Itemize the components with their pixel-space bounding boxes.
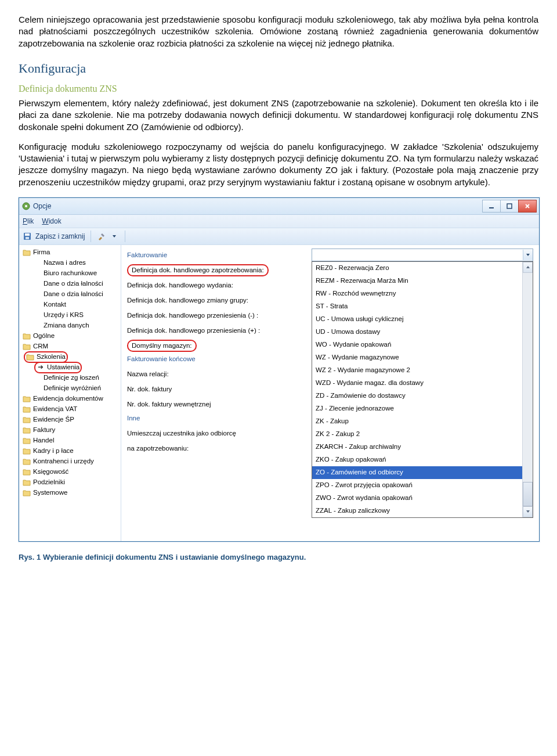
dropdown-option[interactable]: UD - Umowa dostawy: [312, 326, 522, 339]
dropdown-option[interactable]: ZJ - Zlecenie jednorazowe: [312, 402, 522, 415]
save-icon[interactable]: [23, 232, 32, 241]
tree-node[interactable]: Podzielniki: [19, 477, 121, 488]
form-label: Umieszczaj uczestnika jako odbiorcę: [127, 429, 278, 438]
tree-node[interactable]: Ogólne: [19, 331, 121, 341]
tree-node[interactable]: Ewidencja dokumentów: [19, 394, 121, 404]
tree-node[interactable]: Dane o dzia łalności: [19, 279, 121, 289]
tree-node-label: Ewidencja VAT: [33, 405, 77, 414]
form-label: Definicja dok. handlowego przeniesienia …: [127, 326, 278, 336]
tree-node-label: Definicje wyróżnień: [44, 384, 101, 393]
dropdown-option[interactable]: WZ 2 - Wydanie magazynowe 2: [312, 364, 522, 377]
scroll-down-icon[interactable]: [523, 506, 533, 517]
dropdown-option[interactable]: REZ0 - Rezerwacja Zero: [312, 262, 522, 275]
tree-node-label: Kontakt: [44, 300, 66, 309]
dropdown-option[interactable]: ZK 2 - Zakup 2: [312, 428, 522, 441]
tree-node[interactable]: Firma: [19, 247, 121, 258]
tree-node[interactable]: Kontrahenci i urzędy: [19, 456, 121, 467]
dropdown-option[interactable]: ZWO - Zwrot wydania opakowań: [312, 492, 522, 505]
figure-caption: Rys. 1 Wybieranie definicji dokumentu ZN…: [19, 552, 538, 563]
dropdown-option[interactable]: REZM - Rezerwacja Marża Min: [312, 275, 522, 287]
subsection-heading: Definicja dokumentu ZNS: [19, 82, 538, 95]
form-label: Nr. dok. faktury: [127, 385, 278, 394]
tree-node-label: Szkolenia: [37, 352, 66, 362]
tree-node[interactable]: Ewidencja VAT: [19, 404, 121, 415]
svg-rect-5: [25, 233, 30, 236]
menu-widok[interactable]: Widok: [42, 217, 61, 226]
tree-node-label: Zmiana danych: [44, 321, 89, 330]
toolbar-separator: [91, 231, 91, 242]
tree-node-label: Ewidencje ŚP: [33, 415, 74, 424]
tree-node[interactable]: ➜Ustawienia: [19, 362, 121, 373]
tree-node[interactable]: Faktury: [19, 425, 121, 435]
toolbar: Zapisz i zamknij: [19, 228, 539, 245]
tree-node[interactable]: Kontakt: [19, 300, 121, 310]
form-label: Nazwa relacji:: [127, 370, 278, 379]
scrollbar[interactable]: [522, 262, 533, 517]
tree-node-label: Podzielniki: [33, 478, 65, 487]
dropdown-option[interactable]: WZD - Wydanie magaz. dla dostawy: [312, 377, 522, 390]
dropdown-option[interactable]: ZKO - Zakup opakowań: [312, 453, 522, 466]
tree-node[interactable]: Nazwa i adres: [19, 258, 121, 268]
dropdown-field[interactable]: [312, 249, 533, 261]
form-label: Nr. dok. faktury wewnętrznej: [127, 400, 278, 409]
tree-node-label: Urzędy i KRS: [44, 311, 84, 320]
tree-node-label: Biuro rachunkowe: [44, 269, 97, 278]
dropdown-option[interactable]: WO - Wydanie opakowań: [312, 339, 522, 351]
navigation-tree[interactable]: FirmaNazwa i adresBiuro rachunkoweDane o…: [19, 245, 121, 541]
form-label: Definicja dok. handlowego zapotrzebowani…: [127, 264, 278, 277]
dropdown-option[interactable]: ZKARCH - Zakup archiwalny: [312, 441, 522, 453]
tree-node[interactable]: Biuro rachunkowe: [19, 268, 121, 279]
dropdown-icon[interactable]: [110, 232, 119, 241]
tree-node[interactable]: Definicje zg łoszeń: [19, 373, 121, 383]
tree-node-label: Ogólne: [33, 332, 55, 341]
tree-node-label: Definicje zg łoszeń: [44, 373, 99, 383]
scroll-thumb[interactable]: [523, 482, 533, 506]
dropdown-option[interactable]: ZPO - Zwrot przyjęcia opakowań: [312, 479, 522, 492]
tree-node[interactable]: Systemowe: [19, 488, 121, 498]
maximize-button[interactable]: [500, 200, 519, 213]
dropdown-option[interactable]: ZO - Zamówienie od odbiorcy: [312, 466, 522, 479]
dropdown-toggle-icon[interactable]: [523, 250, 533, 260]
tools-icon[interactable]: [97, 232, 106, 241]
options-window: Opcje Plik Widok Zapisz i zamknij: [19, 197, 540, 542]
minimize-button[interactable]: [482, 200, 501, 213]
close-button[interactable]: [518, 200, 537, 213]
menu-bar: Plik Widok: [19, 215, 539, 228]
tree-node-label: Księgowość: [33, 467, 68, 477]
dropdown-option[interactable]: WZ - Wydanie magazynowe: [312, 351, 522, 364]
body-paragraph-2: Konfigurację modułu szkoleniowego rozpoc…: [19, 141, 538, 188]
tree-node[interactable]: Urzędy i KRS: [19, 310, 121, 321]
dropdown-option[interactable]: ST - Strata: [312, 300, 522, 313]
svg-rect-2: [489, 207, 494, 208]
title-bar: Opcje: [19, 198, 539, 215]
form-panel: REZ0 - Rezerwacja ZeroREZM - Rezerwacja …: [121, 245, 539, 541]
menu-plik[interactable]: Plik: [23, 217, 34, 226]
tree-node[interactable]: Kadry i p łace: [19, 446, 121, 456]
tree-node[interactable]: Zmiana danych: [19, 321, 121, 331]
tree-node[interactable]: Definicje wyróżnień: [19, 383, 121, 394]
save-and-close-button[interactable]: Zapisz i zamknij: [35, 232, 85, 241]
toolbar-separator-2: [125, 231, 125, 242]
app-icon: [21, 201, 31, 211]
tree-node[interactable]: Handel: [19, 435, 121, 446]
tree-node[interactable]: Księgowość: [19, 467, 121, 477]
form-label: Definicja dok. handlowego przeniesienia …: [127, 311, 278, 321]
form-label: Domyślny magazyn:: [127, 340, 278, 352]
intro-paragraph: Celem niniejszego opracowania jest przed…: [19, 14, 538, 49]
tree-node-label: Ustawienia: [47, 363, 79, 372]
tree-node[interactable]: Dane o dzia łalności: [19, 289, 121, 300]
dropdown-option[interactable]: UC - Umowa usługi cyklicznej: [312, 313, 522, 326]
tree-node-label: Ewidencja dokumentów: [33, 394, 103, 404]
form-label: Definicja dok. handlowego zmiany grupy:: [127, 296, 278, 305]
dropdown-option[interactable]: ZK - Zakup: [312, 415, 522, 428]
form-label: Definicja dok. handlowego wydania:: [127, 281, 278, 290]
scroll-up-icon[interactable]: [523, 262, 533, 273]
dropdown-option[interactable]: ZZAL - Zakup zaliczkowy: [312, 505, 522, 517]
tree-node[interactable]: Ewidencje ŚP: [19, 415, 121, 425]
dropdown-option[interactable]: ZD - Zamówienie do dostawcy: [312, 390, 522, 402]
dropdown-option[interactable]: RW - Rozchód wewnętrzny: [312, 287, 522, 300]
tree-node-label: CRM: [33, 342, 48, 351]
tree-node[interactable]: CRM: [19, 341, 121, 352]
tree-node[interactable]: Szkolenia: [19, 352, 121, 362]
tree-node-label: Dane o dzia łalności: [44, 279, 103, 289]
